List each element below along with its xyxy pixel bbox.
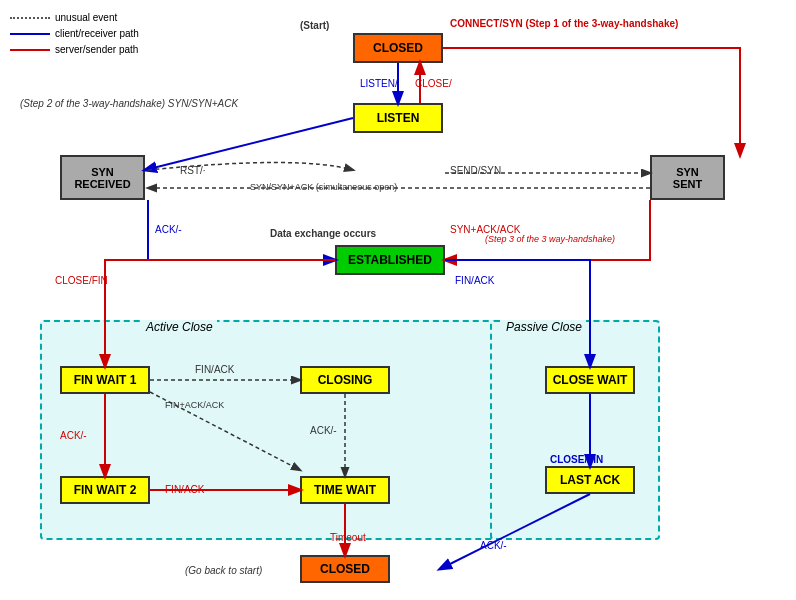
state-close-wait: CLOSE WAIT (545, 366, 635, 394)
state-established: ESTABLISHED (335, 245, 445, 275)
label-syn-syn-ack: SYN/SYN+ACK (simultaneous open) (250, 182, 397, 192)
passive-close-label: Passive Close (502, 320, 586, 334)
state-closed-bottom: CLOSED (300, 555, 390, 583)
label-step2: (Step 2 of the 3-way-handshake) SYN/SYN+… (20, 98, 238, 109)
passive-close-region: Passive Close (490, 320, 660, 540)
active-close-label: Active Close (142, 320, 217, 334)
label-send-syn: SEND/SYN (450, 165, 501, 176)
label-ack-dash3: ACK/- (310, 425, 337, 436)
label-rsta: RST/· (180, 165, 206, 176)
legend-client: client/receiver path (55, 26, 139, 42)
label-fin-ack-right: FIN/ACK (455, 275, 494, 286)
state-closed-top: CLOSED (353, 33, 443, 63)
label-ack-dash2: ACK/- (60, 430, 87, 441)
label-ack-dash: ACK/- (155, 224, 182, 235)
state-syn-sent: SYN SENT (650, 155, 725, 200)
state-closing: CLOSING (300, 366, 390, 394)
state-listen: LISTEN (353, 103, 443, 133)
state-fin-wait2: FIN WAIT 2 (60, 476, 150, 504)
label-ack-dash4: ACK/- (480, 540, 507, 551)
legend-server: server/sender path (55, 42, 138, 58)
label-data-exchange: Data exchange occurs (270, 228, 376, 239)
tcp-state-diagram: unusual event client/receiver path serve… (0, 0, 796, 600)
label-listen: LISTEN/ (360, 78, 398, 89)
label-fin-ack-1: FIN/ACK (195, 364, 234, 375)
active-close-region: Active Close (40, 320, 520, 540)
state-syn-received: SYN RECEIVED (60, 155, 145, 200)
state-time-wait: TIME WAIT (300, 476, 390, 504)
label-fin-ack-2: FIN/ACK (165, 484, 204, 495)
label-timeout: Timeout (330, 532, 366, 543)
label-start: (Start) (300, 20, 329, 31)
legend-unusual: unusual event (55, 10, 117, 26)
label-step3: (Step 3 of the 3 way-handshake) (485, 234, 615, 244)
label-close-fin-left: CLOSE/FIN (55, 275, 108, 286)
label-connect-syn: CONNECT/SYN (Step 1 of the 3-way-handsha… (450, 18, 678, 29)
label-close-fin2: CLOSE/FIN (550, 454, 603, 465)
legend: unusual event client/receiver path serve… (10, 10, 139, 58)
label-fin-ack-ack: FIN+ACK/ACK (165, 400, 224, 410)
state-last-ack: LAST ACK (545, 466, 635, 494)
label-close-top: CLOSE/ (415, 78, 452, 89)
label-go-back: (Go back to start) (185, 565, 262, 576)
state-fin-wait1: FIN WAIT 1 (60, 366, 150, 394)
